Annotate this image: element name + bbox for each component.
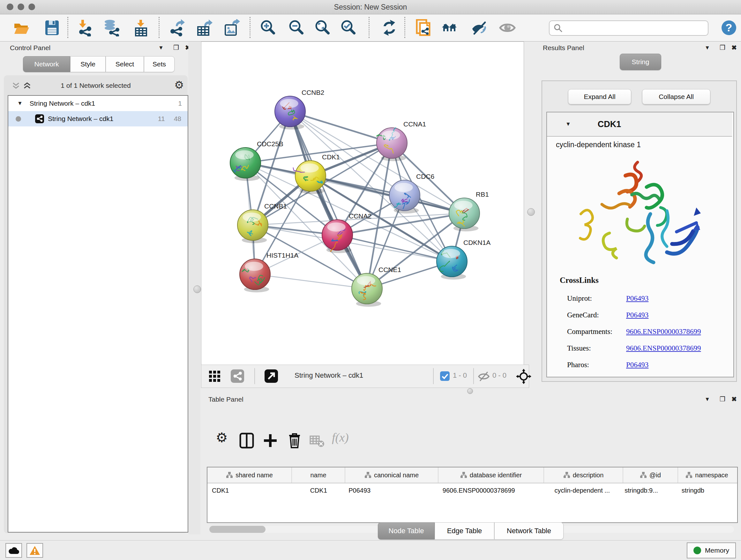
section-expander-icon[interactable]: ▼ — [565, 121, 571, 127]
column-header[interactable]: namespace — [678, 468, 736, 483]
hide-selected-eye-slash-icon[interactable] — [471, 19, 488, 37]
show-columns-icon[interactable] — [239, 432, 255, 449]
network-options-gear-icon[interactable]: ⚙ — [174, 78, 184, 91]
tab-edge-table[interactable]: Edge Table — [434, 522, 494, 540]
tree-expander-icon[interactable]: ▼ — [17, 100, 23, 107]
control-panel-tabs: Network Style Select Sets — [23, 56, 175, 72]
function-builder-icon[interactable]: f(x) — [332, 430, 349, 444]
search-input[interactable] — [565, 22, 708, 34]
export-network-icon[interactable] — [169, 19, 185, 37]
import-network-database-icon[interactable] — [103, 19, 119, 37]
delete-column-trash-icon[interactable] — [286, 432, 302, 449]
column-header[interactable]: database identifier — [439, 468, 544, 483]
float-panel-icon[interactable]: ❒ — [173, 44, 179, 51]
tab-string[interactable]: String — [620, 54, 661, 70]
export-image-icon[interactable] — [223, 19, 240, 37]
panel-menu-icon[interactable]: ▼ — [704, 396, 710, 402]
birds-eye-crosshair-icon[interactable] — [516, 369, 531, 384]
column-header[interactable]: @id — [623, 468, 678, 483]
hierarchy-icon — [563, 472, 570, 479]
cloud-button[interactable] — [5, 543, 22, 558]
tab-network[interactable]: Network — [23, 56, 70, 72]
zoom-out-icon[interactable] — [288, 19, 305, 37]
expand-all-button[interactable]: Expand All — [568, 89, 631, 105]
cell-shared-name[interactable]: CDK1 — [207, 483, 293, 497]
toolbar-separator — [368, 17, 369, 38]
zoom-fit-icon[interactable] — [314, 19, 331, 37]
home-networks-icon[interactable] — [441, 19, 458, 37]
cell-canonical-name[interactable]: P06493 — [344, 483, 438, 497]
edge-count: 48 — [174, 115, 181, 123]
search-field — [549, 20, 709, 36]
clone-network-icon[interactable] — [415, 19, 432, 37]
protein-structure-image — [571, 157, 705, 281]
column-header[interactable]: shared name — [207, 468, 292, 483]
add-column-icon[interactable] — [262, 432, 278, 449]
left-splitter-knob[interactable] — [193, 286, 201, 293]
warning-button[interactable] — [26, 543, 43, 558]
network-row-selected[interactable]: String Network – cdk1 11 48 — [8, 111, 188, 126]
close-panel-icon[interactable]: ✖ — [731, 395, 737, 403]
tab-node-table[interactable]: Node Table — [378, 522, 434, 540]
network-graph[interactable]: CCNB2CCNA1CDC25BCDK1CDC6RB1CCNB1CCNA2CDK… — [201, 42, 524, 365]
svg-text:CCNE1: CCNE1 — [379, 266, 401, 273]
refresh-layout-icon[interactable] — [381, 19, 398, 37]
table-row[interactable]: CDK1 CDK1 P06493 9606.ENSP00000378699 cy… — [207, 483, 737, 497]
column-header[interactable]: description — [544, 468, 623, 483]
crosslink-uniprot-link[interactable]: P06493 — [626, 294, 649, 303]
column-header[interactable]: canonical name — [345, 468, 439, 483]
window-title: Session: New Session — [0, 3, 741, 11]
cloud-icon — [8, 546, 19, 555]
tab-network-table[interactable]: Network Table — [494, 522, 563, 540]
cell-id[interactable]: stringdb:9... — [620, 483, 677, 497]
open-file-icon[interactable] — [13, 19, 30, 37]
hierarchy-icon — [226, 472, 233, 479]
network-share-gray-icon[interactable] — [231, 369, 244, 383]
network-canvas[interactable]: CCNB2CCNA1CDC25BCDK1CDC6RB1CCNB1CCNA2CDK… — [201, 42, 524, 365]
detach-view-icon[interactable] — [265, 369, 278, 383]
tab-select[interactable]: Select — [106, 56, 144, 72]
right-splitter-knob[interactable] — [527, 208, 535, 216]
crosslink-pharos-link[interactable]: P06493 — [626, 361, 649, 369]
network-tab-body: 1 of 1 Network selected ⚙ ▼ String Netwo… — [4, 75, 188, 533]
help-icon[interactable]: ? — [721, 19, 737, 37]
panel-menu-icon[interactable]: ▼ — [158, 45, 164, 51]
float-panel-icon[interactable]: ❒ — [720, 395, 725, 403]
table-options-gear-icon[interactable]: ⚙ — [216, 430, 228, 445]
float-panel-icon[interactable]: ❒ — [720, 44, 725, 51]
tab-style[interactable]: Style — [70, 56, 106, 72]
column-header[interactable]: name — [292, 468, 345, 483]
crosslink-genecard-link[interactable]: P06493 — [626, 311, 649, 319]
grid-view-icon[interactable] — [208, 370, 221, 383]
network-collection-row[interactable]: ▼ String Network – cdk1 1 — [8, 96, 188, 111]
show-eye-icon[interactable] — [499, 19, 516, 37]
results-tabs: String — [620, 54, 661, 70]
protein-section-header[interactable]: ▼ CDK1 — [547, 112, 732, 137]
cell-description[interactable]: cyclin-dependent ... — [544, 483, 620, 497]
collapse-all-button[interactable]: Collapse All — [642, 89, 711, 105]
zoom-selected-icon[interactable] — [340, 19, 357, 37]
cell-database-identifier[interactable]: 9606.ENSP00000378699 — [438, 483, 544, 497]
delete-table-icon[interactable] — [309, 432, 325, 449]
crosslink-label: Tissues: — [567, 344, 591, 353]
close-panel-icon[interactable]: ✖ — [731, 44, 737, 51]
crosslinks-heading: CrossLinks — [560, 276, 599, 285]
selected-checkbox-icon[interactable] — [440, 371, 450, 381]
svg-text:CCNB2: CCNB2 — [301, 89, 324, 96]
crosslink-compartments-link[interactable]: 9606.ENSP00000378699 — [626, 327, 701, 336]
memory-button[interactable]: Memory — [687, 543, 736, 558]
control-panel-title: Control Panel — [10, 44, 51, 52]
tab-sets[interactable]: Sets — [144, 56, 175, 72]
save-session-icon[interactable] — [44, 19, 60, 37]
zoom-in-icon[interactable] — [260, 19, 276, 37]
cell-namespace[interactable]: stringdb — [677, 483, 737, 497]
cell-name[interactable]: CDK1 — [293, 483, 344, 497]
panel-menu-icon[interactable]: ▼ — [704, 45, 710, 51]
export-table-icon[interactable] — [196, 19, 212, 37]
scrollbar-thumb[interactable] — [209, 526, 266, 533]
crosslink-tissues-link[interactable]: 9606.ENSP00000378699 — [626, 344, 701, 353]
import-network-icon[interactable] — [77, 19, 93, 37]
import-table-icon[interactable] — [132, 19, 149, 37]
hidden-eye-slash-icon[interactable] — [478, 371, 490, 382]
toolbar-separator — [67, 17, 68, 38]
